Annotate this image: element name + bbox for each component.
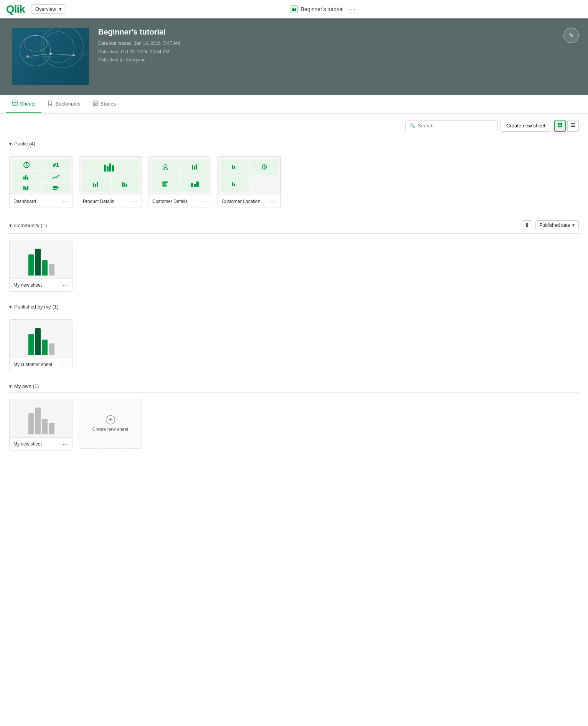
card-customer-details[interactable]: Customer Details ··· [148, 156, 211, 208]
svg-rect-17 [558, 123, 560, 125]
nav-chevron-icon: ▾ [59, 6, 62, 12]
card-product-footer: Product Details ··· [79, 195, 142, 208]
cbar-4 [49, 343, 54, 355]
svg-rect-36 [107, 166, 109, 172]
public-cards-grid: #1 [9, 156, 579, 208]
svg-rect-29 [23, 186, 25, 190]
svg-rect-44 [126, 184, 127, 187]
svg-rect-31 [27, 186, 28, 190]
cbar-1 [28, 334, 34, 355]
create-card-label: Create new sheet [92, 427, 128, 432]
svg-text:#1: #1 [53, 162, 59, 168]
cbar-2 [35, 328, 41, 355]
svg-rect-52 [162, 183, 166, 185]
obar-4 [49, 423, 54, 434]
cust-cell-2 [181, 160, 209, 175]
card-my-new-sheet-own-more-button[interactable]: ··· [63, 441, 68, 447]
main-content: 🔍 Create new sheet [0, 114, 588, 466]
svg-point-46 [163, 168, 165, 170]
card-my-new-sheet-more-button[interactable]: ··· [63, 282, 68, 288]
svg-point-7 [26, 55, 29, 58]
svg-point-5 [41, 28, 83, 68]
app-icon [290, 5, 298, 13]
chevron-down-icon: ▾ [9, 141, 12, 147]
tab-bookmarks[interactable]: Bookmarks [41, 95, 86, 113]
svg-rect-37 [109, 163, 111, 172]
tab-stories-label: Stories [100, 101, 116, 107]
sort-chevron-icon: ▾ [572, 223, 575, 228]
card-location-name: Customer Location [222, 199, 260, 204]
card-my-new-sheet[interactable]: My new sheet ··· [9, 240, 72, 292]
card-dashboard-thumb: #1 [10, 157, 72, 195]
obar-1 [28, 413, 34, 434]
card-dashboard-more-button[interactable]: ··· [63, 198, 68, 205]
dash-cell-2: #1 [42, 160, 70, 170]
prod-cell-3 [112, 177, 140, 192]
svg-rect-23 [571, 126, 575, 127]
cbar-3 [42, 340, 48, 355]
svg-point-8 [49, 53, 52, 55]
edit-button[interactable]: ✎ [563, 28, 579, 43]
create-new-sheet-button[interactable]: Create new sheet [501, 120, 551, 132]
bar-4 [49, 264, 54, 276]
svg-line-6 [12, 54, 89, 58]
create-new-sheet-card[interactable]: + Create new sheet [79, 399, 142, 449]
section-public-title-toggle[interactable]: ▾ Public (4) [9, 141, 35, 147]
hero-title: Beginner's tutorial [98, 28, 180, 36]
card-customer-location[interactable]: Customer Location ··· [217, 156, 281, 208]
section-published-label: Published by me (1) [14, 304, 59, 310]
card-my-new-sheet-own-thumb [10, 399, 72, 437]
svg-rect-56 [196, 182, 199, 187]
section-my-own-title-toggle[interactable]: ▾ My own (1) [9, 383, 39, 389]
list-view-button[interactable] [567, 120, 579, 132]
hero-info: Beginner's tutorial Data last loaded: Ja… [98, 28, 180, 64]
svg-rect-35 [104, 165, 106, 172]
cust-cell-4 [181, 177, 209, 192]
card-customer-more-button[interactable]: ··· [201, 198, 207, 205]
svg-rect-62 [234, 183, 235, 186]
svg-rect-38 [112, 165, 114, 172]
community-chevron-icon: ▾ [9, 223, 12, 228]
sort-icon: ⇅ [525, 223, 529, 228]
sort-dropdown[interactable]: Published date ▾ [535, 220, 579, 230]
card-my-customer-sheet[interactable]: My customer sheet ··· [9, 319, 72, 371]
svg-rect-42 [122, 182, 124, 187]
tab-stories[interactable]: Stories [87, 95, 122, 113]
card-location-more-button[interactable]: ··· [271, 198, 277, 205]
grid-view-button[interactable] [554, 120, 566, 132]
obar-2 [35, 408, 41, 434]
card-product-details[interactable]: Product Details ··· [79, 156, 142, 208]
hero-published-to: Published to: Everyone [98, 56, 180, 64]
svg-rect-19 [558, 125, 560, 127]
svg-rect-51 [162, 182, 168, 183]
card-my-customer-sheet-more-button[interactable]: ··· [63, 361, 68, 368]
section-published-by-me-title-toggle[interactable]: ▾ Published by me (1) [9, 304, 59, 310]
prod-cell-1 [82, 160, 139, 175]
tab-sheets[interactable]: Sheets [6, 95, 41, 113]
svg-rect-30 [25, 187, 26, 190]
card-product-more-button[interactable]: ··· [132, 198, 138, 205]
app-options-button[interactable]: ··· [347, 5, 358, 13]
svg-rect-1 [293, 8, 294, 11]
search-input[interactable] [418, 123, 493, 129]
search-box[interactable]: 🔍 [405, 120, 497, 131]
dash-cell-3 [13, 172, 41, 183]
section-public-header: ▾ Public (4) [9, 138, 579, 150]
svg-rect-57 [232, 165, 233, 169]
card-product-name: Product Details [83, 199, 114, 204]
hero-section: Beginner's tutorial Data last loaded: Ja… [0, 18, 588, 95]
section-community-title-toggle[interactable]: ▾ Community (1) [9, 223, 47, 228]
prod-cell-2 [82, 177, 110, 192]
svg-rect-48 [192, 165, 193, 170]
nav-dropdown[interactable]: Overview ▾ [31, 4, 66, 14]
svg-point-9 [72, 54, 75, 56]
card-dashboard[interactable]: #1 [9, 156, 72, 208]
community-cards-grid: My new sheet ··· [9, 240, 579, 292]
card-dashboard-footer: Dashboard ··· [10, 195, 72, 208]
loc-cell-3 [221, 177, 249, 192]
card-my-new-sheet-own[interactable]: My new sheet ··· [9, 399, 72, 450]
sort-button[interactable]: ⇅ [522, 220, 532, 230]
svg-rect-41 [97, 182, 98, 187]
card-my-new-sheet-name: My new sheet [13, 282, 42, 288]
svg-point-45 [164, 165, 167, 168]
